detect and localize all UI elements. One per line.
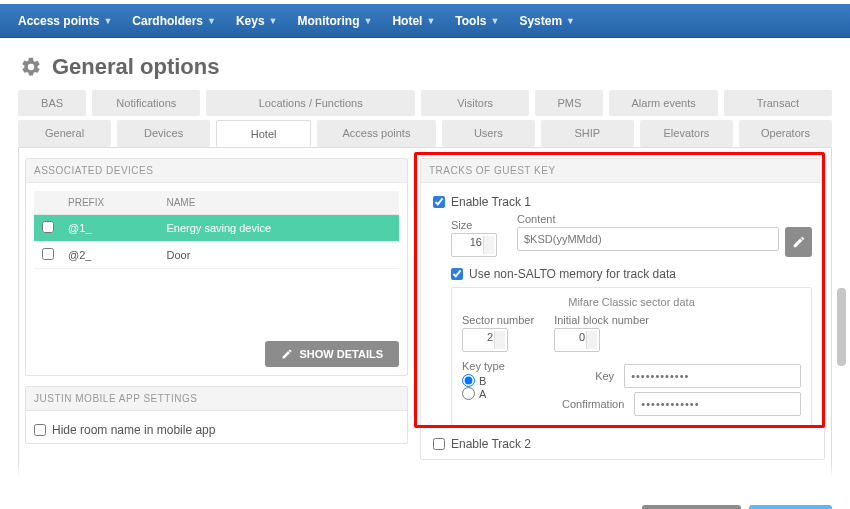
chevron-down-icon: ▼ — [269, 16, 278, 26]
tab-general[interactable]: General — [18, 120, 111, 147]
row-checkbox[interactable] — [42, 248, 54, 260]
keytype-label: Key type — [462, 360, 542, 372]
chevron-down-icon: ▼ — [364, 16, 373, 26]
content-label: Content — [517, 213, 812, 225]
justin-panel: JUSTIN MOBILE APP SETTINGS Hide room nam… — [25, 386, 408, 444]
initblock-label: Initial block number — [554, 314, 649, 326]
nav-hotel[interactable]: Hotel▼ — [382, 4, 445, 37]
keytype-a[interactable]: A — [462, 387, 542, 400]
use-nonsalto-checkbox[interactable] — [451, 268, 463, 280]
nav-monitoring[interactable]: Monitoring▼ — [288, 4, 383, 37]
top-navbar: Access points▼ Cardholders▼ Keys▼ Monito… — [0, 4, 850, 38]
tab-accesspoints[interactable]: Access points — [317, 120, 436, 147]
sector-label: Sector number — [462, 314, 534, 326]
panel-title: JUSTIN MOBILE APP SETTINGS — [26, 387, 407, 411]
confirmation-input[interactable] — [634, 392, 801, 416]
tab-users[interactable]: Users — [442, 120, 535, 147]
nav-access-points[interactable]: Access points▼ — [8, 4, 122, 37]
edit-content-button[interactable] — [785, 227, 812, 257]
tab-locations[interactable]: Locations / Functions — [206, 90, 415, 116]
tab-ship[interactable]: SHIP — [541, 120, 634, 147]
tab-operators[interactable]: Operators — [739, 120, 832, 147]
tracks-panel: TRACKS OF GUEST KEY Enable Track 1 Size … — [420, 158, 825, 460]
chevron-down-icon: ▼ — [426, 16, 435, 26]
panel-title: TRACKS OF GUEST KEY — [421, 159, 824, 183]
show-details-button[interactable]: SHOW DETAILS — [265, 341, 399, 367]
enable-track2[interactable]: Enable Track 2 — [433, 437, 812, 451]
panel-title: ASSOCIATED DEVICES — [26, 159, 407, 183]
enable-track1-checkbox[interactable] — [433, 196, 445, 208]
sector-stepper[interactable]: 2▲▼ — [462, 328, 508, 352]
tab-alarm[interactable]: Alarm events — [609, 90, 717, 116]
scrollbar[interactable] — [837, 288, 846, 366]
chevron-down-icon: ▼ — [207, 16, 216, 26]
hide-room-option[interactable]: Hide room name in mobile app — [34, 423, 399, 437]
nav-system[interactable]: System▼ — [509, 4, 585, 37]
chevron-down-icon: ▼ — [490, 16, 499, 26]
associated-devices-panel: ASSOCIATED DEVICES PREFIX NAME @1_ — [25, 158, 408, 376]
mifare-title: Mifare Classic sector data — [462, 296, 801, 308]
refresh-button[interactable]: REFRESH — [642, 505, 741, 509]
page-header: General options — [0, 38, 850, 90]
tab-visitors[interactable]: Visitors — [421, 90, 529, 116]
chevron-down-icon: ▼ — [566, 16, 575, 26]
nav-tools[interactable]: Tools▼ — [445, 4, 509, 37]
key-input[interactable] — [624, 364, 801, 388]
nav-cardholders[interactable]: Cardholders▼ — [122, 4, 226, 37]
mifare-box: Mifare Classic sector data Sector number… — [451, 287, 812, 427]
size-label: Size — [451, 219, 507, 231]
table-row[interactable]: @2_ Door — [34, 242, 399, 269]
page-title: General options — [52, 54, 219, 80]
tab-notifications[interactable]: Notifications — [92, 90, 200, 116]
key-label: Key — [562, 370, 614, 382]
content-input[interactable] — [517, 227, 779, 251]
keytype-b[interactable]: B — [462, 374, 542, 387]
pencil-icon — [281, 348, 293, 360]
confirmation-label: Confirmation — [562, 398, 624, 410]
enable-track2-checkbox[interactable] — [433, 438, 445, 450]
tab-bas[interactable]: BAS — [18, 90, 86, 116]
size-stepper[interactable]: 16▲▼ — [451, 233, 497, 257]
devices-table: PREFIX NAME @1_ Energy saving device — [34, 191, 399, 329]
save-button[interactable]: SAVE — [749, 505, 832, 509]
table-row[interactable]: @1_ Energy saving device — [34, 215, 399, 242]
tab-elevators[interactable]: Elevators — [640, 120, 733, 147]
chevron-down-icon: ▼ — [103, 16, 112, 26]
use-nonsalto[interactable]: Use non-SALTO memory for track data — [451, 267, 812, 281]
col-prefix[interactable]: PREFIX — [62, 191, 160, 215]
hide-room-checkbox[interactable] — [34, 424, 46, 436]
initblock-stepper[interactable]: 0▲▼ — [554, 328, 600, 352]
pencil-icon — [792, 235, 806, 249]
tabs-secondary: General Devices Hotel Access points User… — [18, 120, 832, 147]
row-checkbox[interactable] — [42, 221, 54, 233]
tab-hotel[interactable]: Hotel — [216, 120, 311, 147]
tab-pms[interactable]: PMS — [535, 90, 603, 116]
tabs-primary: BAS Notifications Locations / Functions … — [18, 90, 832, 116]
tab-devices[interactable]: Devices — [117, 120, 210, 147]
nav-keys[interactable]: Keys▼ — [226, 4, 288, 37]
enable-track1[interactable]: Enable Track 1 — [433, 195, 812, 209]
gear-icon — [20, 56, 42, 78]
tab-transact[interactable]: Transact — [724, 90, 832, 116]
col-name[interactable]: NAME — [160, 191, 399, 215]
